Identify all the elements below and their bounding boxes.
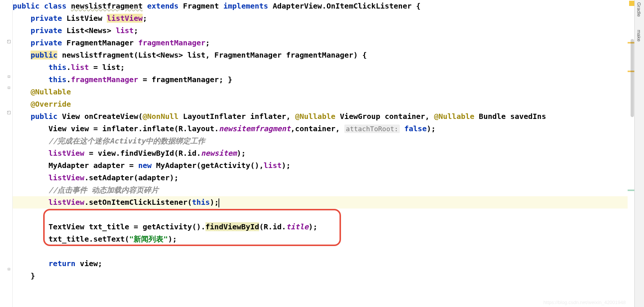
code-line: private ListView listView; [13, 12, 628, 25]
right-tool-window-bar: Gradle make [634, 0, 644, 307]
caret-icon [219, 198, 219, 207]
fold-collapse-icon[interactable] [7, 110, 11, 114]
fold-minus-icon[interactable]: ⊟ [7, 74, 11, 79]
code-line: //完成在这个迷你Activity中的数据绑定工作 [13, 135, 628, 147]
editor-marker-bar[interactable] [628, 0, 634, 307]
code-line: MyAdapter adapter = new MyAdapter(getAct… [13, 159, 628, 172]
code-line [13, 245, 628, 258]
code-line: return view; [13, 258, 628, 270]
code-line-current: listView.setOnItemClickListener(this); [13, 196, 628, 209]
tool-window-gradle[interactable]: Gradle [636, 2, 642, 17]
code-line: listView.setAdapter(adapter); [13, 172, 628, 184]
fold-collapse-icon[interactable] [7, 39, 11, 43]
code-editor[interactable]: public class newslistfragment extends Fr… [13, 0, 628, 307]
code-line: this.list = list; [13, 61, 628, 74]
scroll-thumb[interactable] [631, 39, 634, 117]
code-line: public class newslistfragment extends Fr… [13, 0, 628, 12]
code-line: txt_title.setText("新闻列表"); [13, 233, 628, 245]
code-line: public View onCreateView(@NonNull Layout… [13, 110, 628, 123]
code-line: public newslistfragment(List<News> list,… [13, 49, 628, 61]
fold-minus-icon[interactable]: ⊟ [7, 85, 11, 90]
param-hint: attachToRoot: [344, 125, 400, 133]
code-line: listView = view.findViewById(R.id.newsit… [13, 147, 628, 159]
editor-gutter[interactable]: ⊟ ⊟ ⊟ [0, 0, 13, 307]
watermark-text: https://blog.csdn.net/weixin_42001948 [543, 300, 626, 305]
code-line: @Nullable [13, 86, 628, 98]
analysis-status-icon[interactable] [629, 1, 634, 6]
code-line: this.fragmentManager = fragmentManager; … [13, 74, 628, 86]
code-line: View view = inflater.inflate(R.layout.ne… [13, 123, 628, 135]
tool-window-make[interactable]: make [636, 30, 642, 42]
scroll-vcs-marker[interactable] [628, 190, 634, 191]
code-line: private List<News> list; [13, 25, 628, 37]
code-line: } [13, 270, 628, 282]
code-line: @Override [13, 98, 628, 110]
code-line: //点击事件 动态加载内容页碎片 [13, 184, 628, 196]
code-line: TextView txt_title = getActivity().findV… [13, 221, 628, 233]
fold-minus-icon[interactable]: ⊟ [7, 267, 11, 271]
code-line [13, 209, 628, 221]
code-line: private FragmentManager fragmentManager; [13, 37, 628, 49]
